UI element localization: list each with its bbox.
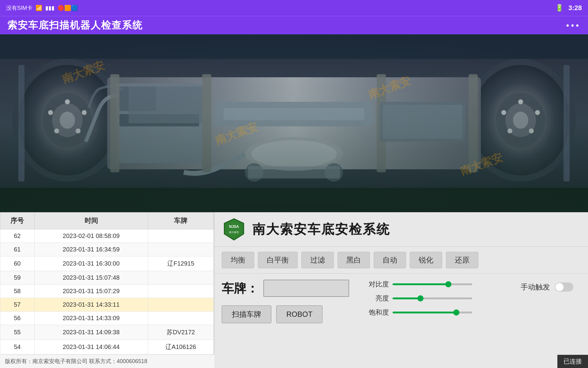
no-sim-text: 没有SIM卡: [6, 4, 32, 12]
slider-label: 对比度: [364, 280, 389, 289]
menu-button[interactable]: •••: [566, 21, 581, 30]
status-bar: 没有SIM卡 📶 ▮▮▮ 🔴🟧🟦 🔋 3:28: [0, 0, 588, 16]
plate-input[interactable]: [263, 280, 349, 297]
cell-plate: [148, 298, 213, 312]
cell-id: 56: [0, 312, 35, 325]
cell-plate: [148, 312, 213, 325]
signal-icon: ▮▮▮: [45, 5, 55, 11]
svg-rect-44: [0, 96, 588, 96]
svg-rect-42: [0, 34, 588, 35]
left-panel: 序号 时间 车牌 62 2023-02-01 08:58:09 61 2023-…: [0, 212, 214, 368]
filter-btn-white-balance[interactable]: 白平衡: [258, 252, 298, 268]
table-row[interactable]: 59 2023-01-31 15:07:48: [0, 271, 214, 285]
cell-id: 55: [0, 325, 35, 340]
toggle-knob: [556, 283, 564, 291]
footer: 版权所有：南京索安电子有限公司 联系方式：4000606518: [0, 354, 214, 368]
table-row[interactable]: 58 2023-01-31 15:07:29: [0, 285, 214, 298]
table-row[interactable]: 55 2023-01-31 14:09:38 苏DV2172: [0, 325, 214, 340]
slider-track[interactable]: [393, 283, 472, 285]
slider-thumb[interactable]: [417, 295, 424, 301]
notification-icons: 🔴🟧🟦: [58, 5, 78, 11]
battery-icon: 🔋: [555, 4, 564, 12]
table-row[interactable]: 61 2023-01-31 16:34:59: [0, 243, 214, 256]
filter-btn-equalize[interactable]: 均衡: [222, 252, 254, 268]
filter-btn-restore[interactable]: 还原: [446, 252, 478, 268]
svg-rect-46: [0, 157, 588, 157]
cell-time: 2023-01-31 14:33:09: [34, 312, 148, 325]
data-table: 序号 时间 车牌 62 2023-02-01 08:58:09 61 2023-…: [0, 212, 214, 355]
col-header-id: 序号: [0, 213, 35, 229]
cell-time: 2023-01-31 15:07:29: [34, 285, 148, 298]
manual-trigger-toggle[interactable]: [555, 282, 573, 292]
cell-id: 61: [0, 243, 35, 256]
scan-plate-button[interactable]: 扫描车牌: [222, 305, 271, 323]
cell-id: 60: [0, 256, 35, 271]
brand-header: NJSA 南大索安 南大索安车底安检系统: [214, 212, 588, 247]
svg-text:南大索安: 南大索安: [229, 231, 239, 234]
wifi-icon: 📶: [36, 5, 42, 11]
cell-plate: 苏DV2172: [148, 325, 213, 340]
cell-time: 2023-01-31 14:06:44: [34, 340, 148, 355]
filter-btn-auto[interactable]: 自动: [374, 252, 406, 268]
app-title: 索安车底扫描机器人检查系统: [7, 19, 143, 32]
cell-plate: [148, 271, 213, 285]
filter-btn-sharpen[interactable]: 锐化: [410, 252, 442, 268]
svg-rect-49: [564, 65, 570, 182]
table-scroll: 序号 时间 车牌 62 2023-02-01 08:58:09 61 2023-…: [0, 212, 214, 368]
brand-title: 南大索安车底安检系统: [252, 221, 390, 238]
svg-rect-47: [0, 188, 588, 188]
plate-area: 车牌： 扫描车牌 ROBOT: [222, 280, 349, 323]
slider-thumb[interactable]: [453, 309, 459, 316]
bottom-buttons-row: 扫描车牌 ROBOT: [222, 305, 349, 323]
table-row[interactable]: 56 2023-01-31 14:33:09: [0, 312, 214, 325]
controls-row: 车牌： 扫描车牌 ROBOT 对比度 亮度: [214, 274, 588, 329]
car-chassis-image: [0, 34, 588, 212]
slider-track[interactable]: [393, 312, 472, 313]
slider-thumb[interactable]: [445, 281, 451, 287]
svg-rect-48: [18, 65, 24, 182]
robot-button[interactable]: ROBOT: [276, 305, 322, 323]
cell-time: 2023-01-31 16:30:00: [34, 256, 148, 271]
svg-rect-43: [0, 65, 588, 65]
manual-trigger-row: 手动触发: [513, 282, 581, 292]
slider-row-对比度: 对比度: [364, 280, 504, 289]
brand-logo: NJSA 南大索安: [222, 217, 246, 242]
cell-time: 2023-01-31 15:07:48: [34, 271, 148, 285]
table-row[interactable]: 62 2023-02-01 08:58:09: [0, 229, 214, 243]
cell-plate: [148, 243, 213, 256]
plate-label-row: 车牌：: [222, 280, 349, 297]
cell-id: 58: [0, 285, 35, 298]
manual-trigger-label: 手动触发: [521, 282, 550, 292]
slider-fill: [393, 312, 456, 313]
table-row[interactable]: 54 2023-01-31 14:06:44 辽A106126: [0, 340, 214, 355]
plate-label: 车牌：: [222, 280, 258, 297]
car-image: 南大索安 南大索安 南大索安 南大索安: [0, 34, 588, 212]
table-row[interactable]: 60 2023-01-31 16:30:00 辽F12915: [0, 256, 214, 271]
title-bar: 索安车底扫描机器人检查系统 •••: [0, 16, 588, 34]
time-display: 3:28: [568, 4, 582, 12]
bottom-section: 序号 时间 车牌 62 2023-02-01 08:58:09 61 2023-…: [0, 212, 588, 368]
filter-btn-bw[interactable]: 黑白: [337, 252, 370, 268]
col-header-time: 时间: [34, 213, 148, 229]
cell-id: 62: [0, 229, 35, 243]
cell-time: 2023-02-01 08:58:09: [34, 229, 148, 243]
filter-btn-filter[interactable]: 过滤: [301, 252, 334, 268]
slider-row-饱和度: 饱和度: [364, 308, 504, 317]
cell-id: 54: [0, 340, 35, 355]
connection-status: 已连接: [557, 355, 588, 368]
cell-plate: [148, 229, 213, 243]
cell-plate: [148, 285, 213, 298]
slider-fill: [393, 297, 420, 299]
sliders-area: 对比度 亮度 饱和度: [364, 280, 504, 317]
slider-row-亮度: 亮度: [364, 294, 504, 303]
cell-plate: 辽A106126: [148, 340, 213, 355]
copyright-text: 版权所有：南京索安电子有限公司 联系方式：4000606518: [5, 358, 147, 364]
slider-fill: [393, 283, 448, 285]
cell-time: 2023-01-31 14:09:38: [34, 325, 148, 340]
table-row[interactable]: 57 2023-01-31 14:33:11: [0, 298, 214, 312]
main-image-container: 南大索安 南大索安 南大索安 南大索安: [0, 34, 588, 212]
cell-id: 57: [0, 298, 35, 312]
cell-plate: 辽F12915: [148, 256, 213, 271]
slider-track[interactable]: [393, 297, 472, 299]
cell-time: 2023-01-31 14:33:11: [34, 298, 148, 312]
